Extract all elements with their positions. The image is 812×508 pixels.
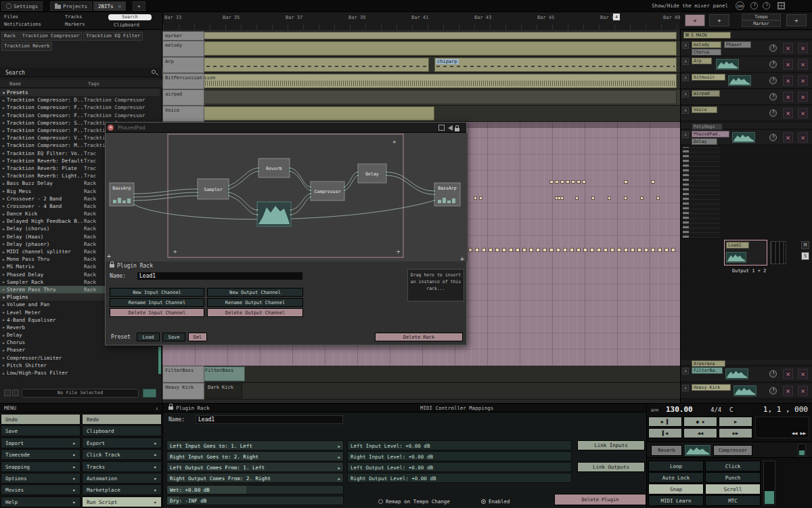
track-header-strip[interactable]: AFilterBa.×× bbox=[681, 366, 812, 382]
mute-button[interactable]: M bbox=[801, 241, 809, 249]
route-level[interactable]: Right Input Level: +0.00 dB bbox=[347, 451, 572, 461]
mute-x-button[interactable]: × bbox=[783, 60, 793, 70]
pan-knob[interactable] bbox=[769, 61, 777, 68]
track-lane[interactable]: Dark Kick bbox=[162, 383, 680, 400]
column-name[interactable]: Name bbox=[9, 81, 21, 87]
mute-x-button[interactable]: × bbox=[783, 92, 793, 102]
mute-x-button[interactable]: × bbox=[798, 108, 808, 119]
browser-mode-notifications[interactable]: Notifications bbox=[4, 22, 41, 27]
collapse-icon[interactable]: ↓ bbox=[155, 404, 158, 412]
rename-input-channel-button[interactable]: Rename Input Channel bbox=[110, 298, 204, 307]
preset-save-button[interactable]: Save bbox=[162, 333, 185, 341]
track-name-chip[interactable]: PolyOogs bbox=[692, 123, 723, 130]
preset-play-icon[interactable]: ▶ bbox=[3, 121, 5, 125]
preset-play-icon[interactable]: ▶ bbox=[3, 234, 5, 238]
menu-item-movies[interactable]: Movies▸ bbox=[1, 484, 81, 495]
track-name-chip[interactable]: 5 MAIN bbox=[683, 32, 731, 39]
track-name-chip[interactable]: PhazedPad. bbox=[692, 131, 729, 137]
tempo-marker-toggle[interactable]: TempoMarker bbox=[742, 14, 781, 28]
close-tab-icon[interactable]: × bbox=[118, 2, 122, 11]
track-name-chip[interactable]: bitmusic bbox=[692, 74, 725, 81]
browser-mode-files[interactable]: Files bbox=[4, 14, 18, 20]
midi-note[interactable] bbox=[577, 180, 581, 184]
waveform-thumbnail[interactable] bbox=[726, 252, 746, 263]
clip[interactable]: chiparp bbox=[171, 58, 429, 72]
track-header-strip[interactable]: Aairpad×× bbox=[681, 89, 812, 105]
transport-button[interactable]: ◀◀ bbox=[683, 428, 717, 438]
add-input-channel-plus[interactable]: + bbox=[107, 253, 111, 260]
mute-x-button[interactable]: × bbox=[798, 60, 808, 70]
menu-item-import[interactable]: Import▸ bbox=[1, 438, 81, 448]
waveform-thumbnail[interactable] bbox=[716, 59, 739, 70]
preset-play-icon[interactable]: ▶ bbox=[3, 348, 5, 352]
add-tempo-button[interactable]: + bbox=[685, 14, 705, 26]
master-fader[interactable] bbox=[763, 461, 775, 505]
midi-note[interactable] bbox=[664, 248, 669, 252]
midi-note[interactable] bbox=[495, 248, 499, 252]
audition-icon[interactable] bbox=[4, 389, 11, 396]
monitor-icon[interactable] bbox=[438, 125, 445, 131]
midi-note[interactable] bbox=[631, 248, 635, 252]
preset-play-icon[interactable]: ▶ bbox=[3, 310, 5, 314]
midi-mappings-header[interactable]: MIDI Controller Mappings bbox=[420, 404, 493, 412]
midi-overview[interactable] bbox=[682, 146, 721, 238]
preset-row[interactable]: ▶Tracktion Compressor: F...Tracktion Com… bbox=[0, 112, 160, 119]
radio-icon[interactable] bbox=[378, 499, 383, 504]
toggle-midi-learn[interactable]: MIDI Learn bbox=[648, 495, 704, 506]
preset-play-icon[interactable]: ▶ bbox=[3, 129, 5, 133]
pan-knob[interactable] bbox=[769, 110, 777, 117]
midi-note[interactable] bbox=[640, 196, 644, 200]
mute-x-button[interactable]: × bbox=[798, 92, 808, 102]
track-name-tab[interactable]: Arp bbox=[162, 57, 204, 73]
plugin-name-input[interactable]: Lead1 bbox=[196, 415, 343, 424]
midi-note[interactable] bbox=[570, 248, 574, 252]
track-name-tab[interactable]: FilterBass bbox=[162, 366, 204, 383]
mute-x-button[interactable]: × bbox=[783, 132, 793, 142]
preset-row[interactable]: ▶Phaser bbox=[0, 346, 160, 354]
transport-button[interactable]: ▶ bbox=[719, 417, 752, 427]
track-name-tab[interactable]: airpad bbox=[162, 89, 204, 106]
master-plugin-compressor[interactable]: Compressor bbox=[713, 445, 752, 456]
track-lane[interactable]: 8BIT percussion bbox=[162, 73, 680, 89]
rack-name-input[interactable]: Lead1 bbox=[137, 272, 303, 280]
pan-knob[interactable] bbox=[769, 77, 777, 85]
track-output-label[interactable]: Output 1 + 2 bbox=[720, 268, 778, 274]
mute-x-button[interactable]: × bbox=[798, 43, 808, 54]
clip[interactable]: EFRAIN bbox=[171, 32, 677, 39]
automation-button[interactable]: A bbox=[682, 58, 689, 65]
radio-on-icon[interactable] bbox=[481, 499, 486, 504]
preset-play-icon[interactable]: ▶ bbox=[3, 219, 5, 224]
add-button[interactable]: + bbox=[709, 14, 729, 26]
track-header-strip[interactable]: AArp×× bbox=[681, 57, 812, 72]
midi-note[interactable] bbox=[560, 196, 564, 200]
preset-play-icon[interactable]: ▶ bbox=[3, 144, 5, 148]
link-button-link-inputs[interactable]: Link Inputs bbox=[577, 440, 645, 450]
preset-load-button[interactable]: Load bbox=[137, 333, 160, 341]
delete-input-channel-button[interactable]: Delete Input Channel bbox=[110, 308, 204, 317]
settings-button[interactable]: Settings bbox=[1, 1, 43, 11]
midi-note[interactable] bbox=[597, 248, 601, 252]
automation-button[interactable]: A bbox=[682, 131, 689, 138]
solo-button[interactable]: S bbox=[801, 252, 809, 260]
automation-button[interactable]: A bbox=[682, 385, 689, 391]
preset-row[interactable]: ▶Pitch Shifter bbox=[0, 362, 160, 369]
midi-note[interactable] bbox=[502, 248, 506, 252]
track-name-chip[interactable]: Lead1 bbox=[726, 242, 749, 249]
menu-item-export[interactable]: Export▸ bbox=[82, 438, 162, 448]
track-name-chip[interactable]: Voice bbox=[692, 106, 717, 113]
preset-play-icon[interactable]: ▶ bbox=[3, 106, 5, 110]
preset-play-icon[interactable]: ▶ bbox=[3, 280, 5, 284]
speaker-icon[interactable] bbox=[448, 125, 453, 131]
midi-note[interactable] bbox=[624, 196, 627, 200]
pan-knob[interactable] bbox=[769, 133, 777, 141]
browser-mode-markers[interactable]: Markers bbox=[65, 22, 85, 27]
preset-row[interactable]: ▶Low/High-Pass Filter bbox=[0, 369, 160, 377]
route-level[interactable]: Right Output Level: +0.00 dB bbox=[347, 473, 572, 483]
menu-item-marketplace[interactable]: Marketplace▸ bbox=[82, 484, 162, 495]
new-tab-button[interactable]: + bbox=[133, 1, 145, 11]
rename-output-channel-button[interactable]: Rename Output Channel bbox=[207, 298, 303, 307]
shuttle-box[interactable]: ◀◀ ▶▶ bbox=[755, 417, 809, 438]
clip[interactable]: Dark Kick bbox=[206, 383, 242, 398]
master-plugin-reverb[interactable]: Reverb bbox=[651, 445, 682, 456]
preset-play-icon[interactable]: ▶ bbox=[3, 98, 5, 102]
